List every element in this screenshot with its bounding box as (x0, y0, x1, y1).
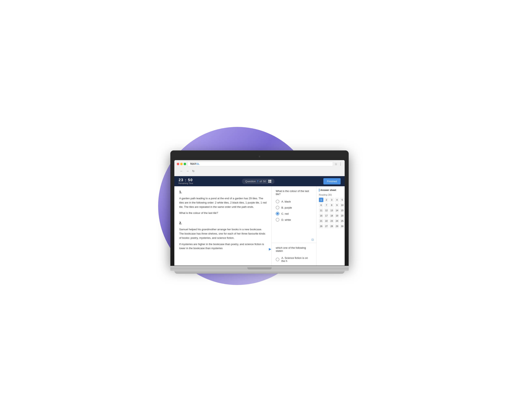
q1-radio-a[interactable] (276, 200, 279, 203)
answer-number-6[interactable]: 6 (319, 203, 323, 207)
answer-number-20[interactable]: 20 (340, 213, 345, 218)
answer-number-17[interactable]: 17 (324, 213, 329, 218)
answer-sheet-title: Answer sheet (319, 189, 342, 192)
timer-label: Remaining Time (178, 182, 193, 184)
answer-number-27[interactable]: 27 (324, 224, 329, 228)
laptop-screen-outer: TESTOL ☆ ⋮ ← → ↻ 23 : 50 Remain (170, 150, 349, 266)
traffic-lights (177, 163, 186, 165)
q1-radio-c[interactable] (276, 212, 279, 216)
number-grid: 1234567891011121314151617181920212223242… (319, 198, 342, 228)
question-total: 50 (263, 180, 266, 183)
timer-display: 23 : 50 (179, 178, 193, 182)
q1-radio-b[interactable] (276, 206, 279, 209)
q1-option-c[interactable]: C. red (276, 211, 312, 217)
answer-number-23[interactable]: 23 (330, 219, 334, 223)
right-content: What is the colour of the last tile? A. … (272, 186, 316, 266)
q2-prompt: which one of the following staten (276, 246, 312, 252)
question-1-body: A garden path leading to a pond at the e… (179, 196, 267, 209)
content-area: 1. A garden path leading to a pond at th… (174, 186, 345, 266)
expand-icon[interactable]: ⊡ (311, 238, 314, 241)
q2-option-a[interactable]: A. Science fiction is on the h (276, 255, 312, 264)
answer-number-2[interactable]: 2 (324, 198, 329, 202)
scene: TESTOL ☆ ⋮ ← → ↻ 23 : 50 Remain (148, 123, 371, 297)
question-2-sub: If mysteries are higher in the bookcase … (179, 242, 267, 251)
question-of: of (260, 180, 262, 183)
answer-number-13[interactable]: 13 (330, 208, 334, 213)
answer-number-5[interactable]: 5 (340, 198, 345, 202)
question-current: 7 (257, 180, 258, 183)
answer-number-10[interactable]: 10 (340, 203, 345, 207)
timer-section: 23 : 50 Remaining Time (178, 178, 193, 184)
app-header: 23 : 50 Remaining Time Question 7 of 50 … (174, 176, 345, 186)
back-button[interactable]: ← (179, 169, 184, 173)
answer-number-7[interactable]: 7 (324, 203, 329, 207)
finished-button[interactable]: Finished (323, 178, 341, 184)
q2-answers-section: which one of the following staten A. Sci… (272, 243, 316, 266)
answer-number-1[interactable]: 1 (319, 198, 323, 202)
logo-main: TEST (190, 163, 196, 165)
grid-icon[interactable] (268, 180, 271, 183)
refresh-button[interactable]: ↻ (191, 169, 196, 173)
answer-number-25[interactable]: 25 (340, 219, 345, 223)
address-bar[interactable]: TESTOL (188, 162, 333, 166)
menu-icon[interactable]: ⋮ (339, 162, 342, 166)
question-2-number: 2. (179, 221, 267, 225)
answer-number-4[interactable]: 4 (335, 198, 339, 202)
q1-option-b[interactable]: B. purple (276, 204, 312, 211)
answer-number-24[interactable]: 24 (335, 219, 339, 223)
section-label: Reading (30) (319, 194, 342, 196)
answer-number-11[interactable]: 11 (319, 208, 323, 213)
answer-number-21[interactable]: 21 (319, 219, 323, 223)
q2-option-b[interactable]: B. Poetry is on the highest s (276, 264, 312, 266)
question-2-body: Samuel helped his grandmother arrange he… (179, 227, 267, 240)
browser-nav-row: ← → ↻ (177, 168, 342, 174)
answer-number-30[interactable]: 30 (340, 224, 345, 228)
q1-radio-c-inner (277, 213, 278, 215)
bookmark-icon[interactable]: ☆ (335, 162, 337, 166)
browser-top-bar: TESTOL ☆ ⋮ (177, 162, 342, 166)
answer-number-29[interactable]: 29 (335, 224, 339, 228)
question-indicator: Question 7 of 50 (242, 179, 275, 184)
laptop-bottom (174, 271, 345, 274)
answer-number-14[interactable]: 14 (335, 208, 339, 213)
arrow-right-icon: ▶ (269, 247, 271, 251)
q1-answers-section: What is the colour of the last tile? A. … (272, 186, 316, 243)
answer-number-15[interactable]: 15 (340, 208, 345, 213)
laptop-notch (247, 267, 272, 269)
q1-label-a: A. black (281, 200, 291, 203)
answer-number-22[interactable]: 22 (324, 219, 329, 223)
camera-dot (259, 156, 260, 157)
q2-container: ▶ which one of the following staten A. S… (272, 243, 316, 266)
q2-radio-a[interactable] (276, 258, 279, 261)
q1-option-d[interactable]: D. white (276, 217, 312, 223)
question-1-sub: What is the colour of the last tile? (179, 211, 267, 215)
laptop: TESTOL ☆ ⋮ ← → ↻ 23 : 50 Remain (170, 150, 349, 274)
question-1-number: 1. (179, 190, 267, 194)
q1-radio-d[interactable] (276, 218, 279, 222)
answer-number-26[interactable]: 26 (319, 224, 323, 228)
traffic-light-yellow[interactable] (180, 163, 183, 165)
answer-number-8[interactable]: 8 (330, 203, 334, 207)
laptop-base (170, 266, 349, 271)
q1-option-a[interactable]: A. black (276, 198, 312, 204)
browser-window: TESTOL ☆ ⋮ ← → ↻ 23 : 50 Remain (174, 160, 345, 266)
question-1-block: 1. A garden path leading to a pond at th… (179, 190, 267, 215)
traffic-light-red[interactable] (177, 163, 179, 165)
camera-bar (174, 154, 345, 158)
traffic-light-green[interactable] (184, 163, 186, 165)
answer-number-3[interactable]: 3 (330, 198, 334, 202)
q2-label-b: B. Poetry is on the highest s (281, 265, 312, 266)
forward-button[interactable]: → (185, 169, 190, 173)
answer-number-9[interactable]: 9 (335, 203, 339, 207)
answer-number-16[interactable]: 16 (319, 213, 323, 218)
answer-number-12[interactable]: 12 (324, 208, 329, 213)
questions-panel: 1. A garden path leading to a pond at th… (174, 186, 272, 266)
q1-label-c: C. red (281, 212, 288, 215)
answer-number-19[interactable]: 19 (335, 213, 339, 218)
answer-sheet-panel: Answer sheet Reading (30) 12345678910111… (316, 186, 345, 266)
question-2-block: 2. Samuel helped his grandmother arrange… (179, 221, 267, 251)
logo-accent: OL (196, 163, 200, 165)
answer-number-18[interactable]: 18 (330, 213, 334, 218)
answer-number-28[interactable]: 28 (330, 224, 334, 228)
question-label: Question (245, 180, 256, 183)
